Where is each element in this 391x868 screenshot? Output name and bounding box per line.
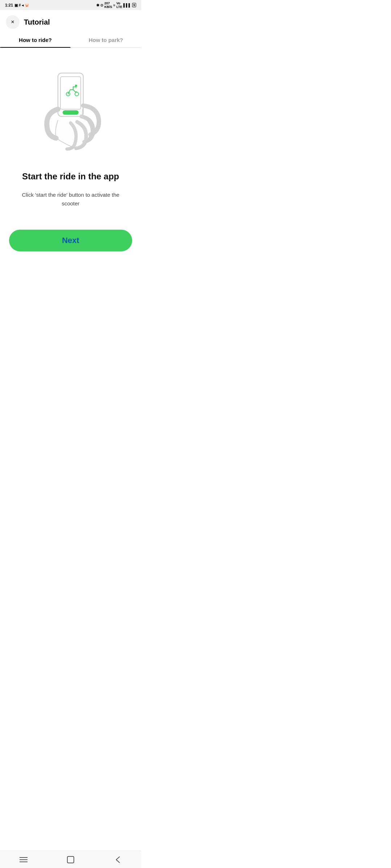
close-button[interactable]: × (6, 15, 20, 29)
status-bar: 1:21 ▣ # ◂ 🐷 ✱ ⊙ 207KB/S ≈ VoLTE ▌▌▌ 9 (0, 0, 141, 10)
next-button[interactable]: Next (9, 230, 132, 251)
tab-how-to-ride[interactable]: How to ride? (0, 33, 71, 47)
status-icons: ✱ ⊙ 207KB/S ≈ VoLTE ▌▌▌ 9 (96, 1, 136, 9)
header: × Tutorial (0, 10, 141, 33)
tab-how-to-park[interactable]: How to park? (71, 33, 141, 47)
status-time: 1:21 ▣ # ◂ 🐷 (5, 3, 29, 7)
phone-hand-svg (34, 69, 107, 153)
slide-button-accent (63, 110, 79, 115)
tutorial-illustration (34, 69, 107, 153)
page-title: Tutorial (24, 18, 50, 26)
main-title: Start the ride in the app (22, 171, 119, 182)
svg-rect-1 (60, 77, 81, 109)
sub-description: Click 'start the ride' button to activat… (18, 191, 123, 208)
svg-point-4 (75, 92, 79, 96)
scooter-icon (66, 85, 79, 96)
main-content: Start the ride in the app Click 'start t… (0, 48, 141, 288)
tab-bar: How to ride? How to park? (0, 33, 141, 48)
svg-point-5 (75, 85, 77, 87)
